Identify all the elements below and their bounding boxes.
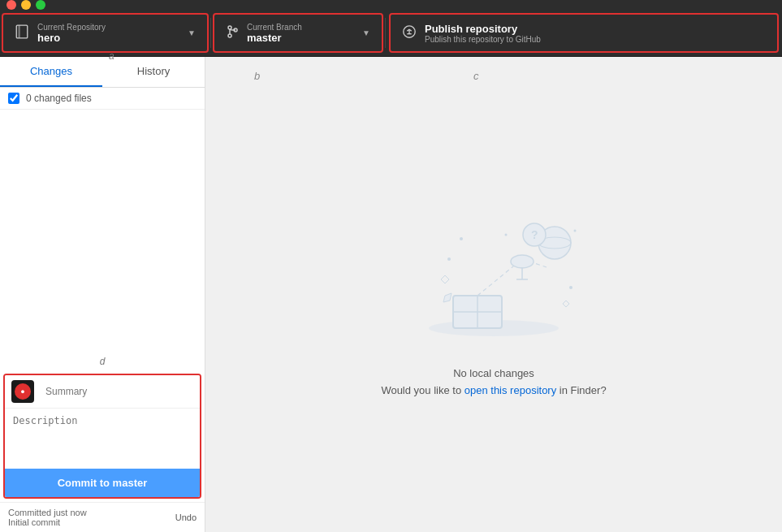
- svg-point-15: [511, 255, 534, 268]
- no-changes-text: No local changes Would you like to open …: [381, 365, 606, 400]
- repository-dropdown-arrow: ▼: [188, 28, 196, 37]
- undo-button[interactable]: Undo: [175, 513, 197, 522]
- commit-status-main: Committed just now: [8, 508, 87, 517]
- current-branch-section[interactable]: Current Branch master ▼: [213, 13, 383, 53]
- illustration: ? No local changes Would you like to ope…: [381, 190, 606, 400]
- branch-icon: [226, 25, 239, 41]
- open-repository-link[interactable]: open this repository: [464, 384, 556, 396]
- changed-files-bar: 0 changed files: [0, 88, 205, 110]
- avatar-inner: ●: [15, 383, 31, 400]
- repository-name: hero: [37, 32, 179, 44]
- repository-icon: [15, 24, 29, 42]
- commit-summary-row: ●: [5, 375, 200, 409]
- toolbar-divider-2: [385, 18, 386, 48]
- tabs-container: Changes History a: [0, 57, 205, 88]
- avatar: ●: [11, 380, 34, 403]
- no-changes-line1: No local changes: [381, 365, 606, 383]
- close-button[interactable]: [6, 0, 16, 10]
- tab-history[interactable]: History: [102, 57, 205, 87]
- svg-rect-1: [19, 25, 20, 38]
- svg-point-2: [228, 26, 231, 29]
- main-layout: Changes History a 0 changed files d ●: [0, 57, 782, 532]
- svg-rect-0: [16, 25, 28, 38]
- description-input[interactable]: [5, 409, 200, 465]
- publish-icon: [402, 24, 417, 42]
- svg-text:?: ?: [531, 228, 538, 241]
- branch-name: master: [247, 32, 354, 44]
- annotation-c: c: [473, 70, 479, 82]
- select-all-checkbox[interactable]: [8, 93, 19, 104]
- svg-point-24: [460, 237, 463, 240]
- commit-area: ● Commit to master: [3, 374, 201, 499]
- repository-label: Current Repository: [37, 23, 179, 32]
- annotation-d: d: [0, 348, 205, 370]
- publish-repository-section[interactable]: Publish repository Publish this reposito…: [389, 13, 779, 53]
- main-content: b c ?: [205, 57, 782, 532]
- svg-point-25: [574, 229, 577, 231]
- svg-point-22: [447, 257, 451, 261]
- empty-state-illustration: ?: [396, 190, 591, 353]
- commit-button[interactable]: Commit to master: [5, 469, 200, 497]
- svg-point-3: [228, 34, 231, 37]
- commit-status-sub: Initial commit: [8, 517, 87, 527]
- file-list: [0, 110, 205, 348]
- sidebar: Changes History a 0 changed files d ●: [0, 57, 205, 532]
- branch-text: Current Branch master: [247, 23, 354, 44]
- branch-dropdown-arrow: ▼: [362, 28, 370, 37]
- commit-status: Committed just now Initial commit: [8, 508, 87, 527]
- branch-label: Current Branch: [247, 23, 354, 32]
- current-repository-section[interactable]: Current Repository hero ▼: [2, 13, 209, 53]
- svg-point-26: [505, 233, 508, 236]
- annotation-a: a: [109, 50, 114, 62]
- minimize-button[interactable]: [21, 0, 31, 10]
- svg-marker-27: [441, 275, 449, 283]
- toolbar-divider-1: [210, 18, 211, 48]
- publish-title: Publish repository: [425, 23, 766, 35]
- publish-text: Publish repository Publish this reposito…: [425, 23, 766, 44]
- titlebar: [0, 0, 782, 10]
- svg-marker-29: [443, 293, 451, 302]
- repository-text: Current Repository hero: [37, 23, 179, 44]
- svg-point-23: [569, 286, 572, 289]
- toolbar: Current Repository hero ▼ Current Branch…: [0, 10, 782, 57]
- annotation-b: b: [254, 70, 260, 82]
- summary-input[interactable]: [41, 383, 200, 400]
- changed-files-count: 0 changed files: [26, 93, 92, 104]
- no-changes-line2: Would you like to open this repository i…: [381, 383, 606, 400]
- publish-subtitle: Publish this repository to GitHub: [425, 35, 766, 44]
- svg-marker-28: [563, 301, 569, 307]
- sidebar-footer: Committed just now Initial commit Undo: [0, 502, 205, 532]
- maximize-button[interactable]: [36, 0, 45, 10]
- tab-changes[interactable]: Changes: [0, 57, 102, 87]
